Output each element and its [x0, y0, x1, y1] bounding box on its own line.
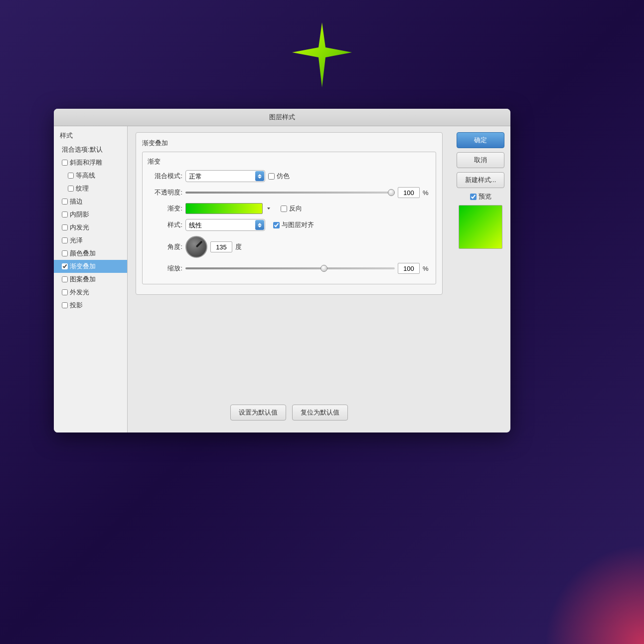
- sidebar-item-gradient-overlay[interactable]: 渐变叠加: [54, 260, 127, 273]
- preview-row: 预览: [457, 192, 504, 201]
- angle-input[interactable]: [210, 241, 232, 252]
- blend-mode-select[interactable]: 正常 溶解 变暗 正片叠底: [185, 170, 265, 182]
- reverse-label: 反向: [289, 204, 302, 213]
- style-select[interactable]: 线性 径向 角度 对称 菱形: [185, 219, 265, 231]
- sidebar-item-outer-glow-label: 外发光: [70, 288, 89, 297]
- angle-label: 角度:: [148, 242, 182, 251]
- gradient-row: 渐变: 反向: [148, 203, 431, 214]
- sidebar-item-contour-label: 等高线: [76, 171, 95, 180]
- sidebar-item-blend[interactable]: 混合选项:默认: [54, 143, 127, 156]
- cancel-button[interactable]: 取消: [457, 152, 504, 168]
- dialog-title: 图层样式: [269, 113, 295, 121]
- sidebar-checkbox-gradient-overlay[interactable]: [62, 263, 68, 269]
- sidebar-checkbox-texture[interactable]: [68, 186, 74, 192]
- scale-slider[interactable]: [185, 267, 395, 269]
- main-content: 渐变叠加 渐变 混合模式: 正常 溶解 变暗 正片叠底: [128, 126, 451, 432]
- sidebar-item-satin[interactable]: 光泽: [54, 234, 127, 247]
- section-gradient-overlay: 渐变叠加 渐变 混合模式: 正常 溶解 变暗 正片叠底: [136, 132, 443, 295]
- preview-checkbox[interactable]: [470, 194, 477, 200]
- gradient-dropdown-arrow[interactable]: [265, 205, 273, 213]
- sidebar-item-texture-label: 纹理: [76, 184, 89, 193]
- sidebar-item-stroke[interactable]: 描边: [54, 195, 127, 208]
- style-row: 样式: 线性 径向 角度 对称 菱形: [148, 219, 431, 231]
- sidebar-item-blend-label: 混合选项:默认: [62, 145, 103, 154]
- sidebar-checkbox-drop-shadow[interactable]: [62, 302, 68, 308]
- sidebar-checkbox-bevel[interactable]: [62, 160, 68, 166]
- scale-input[interactable]: [398, 263, 420, 274]
- opacity-unit: %: [423, 189, 431, 197]
- reverse-checkbox[interactable]: [281, 206, 287, 212]
- sidebar-item-stroke-label: 描边: [70, 197, 83, 206]
- inner-section-title: 渐变: [148, 157, 431, 166]
- sidebar-item-bevel[interactable]: 斜面和浮雕: [54, 156, 127, 169]
- blend-mode-select-wrapper: 正常 溶解 变暗 正片叠底: [185, 170, 265, 182]
- gradient-preview-bar[interactable]: [185, 203, 263, 214]
- sidebar-item-contour[interactable]: 等高线: [54, 169, 127, 182]
- sidebar-item-bevel-label: 斜面和浮雕: [70, 158, 102, 167]
- layer-style-dialog: 图层样式 样式 混合选项:默认 斜面和浮雕 等高线 纹理 描边: [54, 109, 510, 432]
- sidebar-item-drop-shadow[interactable]: 投影: [54, 299, 127, 312]
- right-panel: 确定 取消 新建样式... 预览: [451, 126, 510, 432]
- bottom-buttons: 设置为默认值 复位为默认值: [136, 399, 443, 427]
- sidebar-item-inner-shadow[interactable]: 内阴影: [54, 208, 127, 221]
- preview-label: 预览: [479, 192, 491, 201]
- scale-label: 缩放:: [148, 264, 182, 273]
- sidebar-item-texture[interactable]: 纹理: [54, 182, 127, 195]
- sidebar-checkbox-inner-shadow[interactable]: [62, 212, 68, 217]
- sidebar-checkbox-outer-glow[interactable]: [62, 289, 68, 295]
- background-accent: [544, 544, 644, 644]
- dither-row: 仿色: [268, 172, 290, 181]
- opacity-input[interactable]: [398, 187, 420, 198]
- blend-mode-row: 混合模式: 正常 溶解 变暗 正片叠底 仿色: [148, 170, 431, 182]
- star-icon: [282, 15, 362, 95]
- opacity-row: 不透明度: %: [148, 187, 431, 198]
- scale-unit: %: [423, 265, 431, 272]
- sidebar-checkbox-inner-glow[interactable]: [62, 224, 68, 230]
- angle-dial[interactable]: [185, 236, 207, 258]
- sidebar-checkbox-pattern-overlay[interactable]: [62, 276, 68, 282]
- sidebar-item-pattern-overlay-label: 图案叠加: [70, 275, 96, 284]
- sidebar-item-color-overlay[interactable]: 颜色叠加: [54, 247, 127, 260]
- preview-box: [459, 205, 502, 249]
- sidebar-checkbox-color-overlay[interactable]: [62, 250, 68, 256]
- sidebar-item-color-overlay-label: 颜色叠加: [70, 249, 96, 258]
- set-default-button[interactable]: 设置为默认值: [230, 405, 286, 421]
- sidebar-item-pattern-overlay[interactable]: 图案叠加: [54, 273, 127, 286]
- angle-unit: 度: [235, 242, 242, 251]
- opacity-label: 不透明度:: [148, 188, 182, 197]
- new-style-button[interactable]: 新建样式...: [457, 172, 504, 188]
- sidebar-header: 样式: [54, 128, 127, 143]
- sidebar-checkbox-satin[interactable]: [62, 237, 68, 243]
- sidebar-item-satin-label: 光泽: [70, 236, 83, 245]
- confirm-button[interactable]: 确定: [457, 132, 504, 148]
- sidebar-item-inner-glow[interactable]: 内发光: [54, 221, 127, 234]
- style-label: 样式:: [148, 220, 182, 229]
- style-select-wrapper: 线性 径向 角度 对称 菱形: [185, 219, 265, 231]
- dialog-titlebar: 图层样式: [54, 109, 510, 126]
- sidebar: 样式 混合选项:默认 斜面和浮雕 等高线 纹理 描边 内阴影: [54, 126, 128, 432]
- reverse-row: 反向: [281, 204, 302, 213]
- inner-section-gradient: 渐变 混合模式: 正常 溶解 变暗 正片叠底: [142, 152, 436, 284]
- sidebar-item-inner-glow-label: 内发光: [70, 223, 89, 232]
- scale-slider-container: [185, 267, 395, 269]
- align-layers-checkbox[interactable]: [273, 222, 280, 228]
- opacity-slider-container: [185, 192, 395, 194]
- opacity-slider[interactable]: [185, 192, 395, 194]
- dialog-body: 样式 混合选项:默认 斜面和浮雕 等高线 纹理 描边 内阴影: [54, 126, 510, 432]
- sidebar-checkbox-contour[interactable]: [68, 173, 74, 179]
- dither-checkbox[interactable]: [268, 173, 275, 180]
- sidebar-checkbox-stroke[interactable]: [62, 199, 68, 205]
- angle-row: 角度: 度: [148, 236, 431, 258]
- dither-label: 仿色: [277, 172, 290, 181]
- scale-row: 缩放: %: [148, 263, 431, 274]
- sidebar-item-outer-glow[interactable]: 外发光: [54, 286, 127, 299]
- gradient-label: 渐变:: [148, 204, 182, 213]
- align-layers-row: 与图层对齐: [273, 220, 314, 229]
- gradient-bar-wrapper: [185, 203, 273, 214]
- sidebar-item-inner-shadow-label: 内阴影: [70, 210, 89, 219]
- empty-area: [136, 299, 443, 399]
- sidebar-item-drop-shadow-label: 投影: [70, 301, 83, 310]
- align-layers-label: 与图层对齐: [282, 220, 314, 229]
- reset-default-button[interactable]: 复位为默认值: [292, 405, 348, 421]
- section-gradient-overlay-title: 渐变叠加: [142, 139, 436, 148]
